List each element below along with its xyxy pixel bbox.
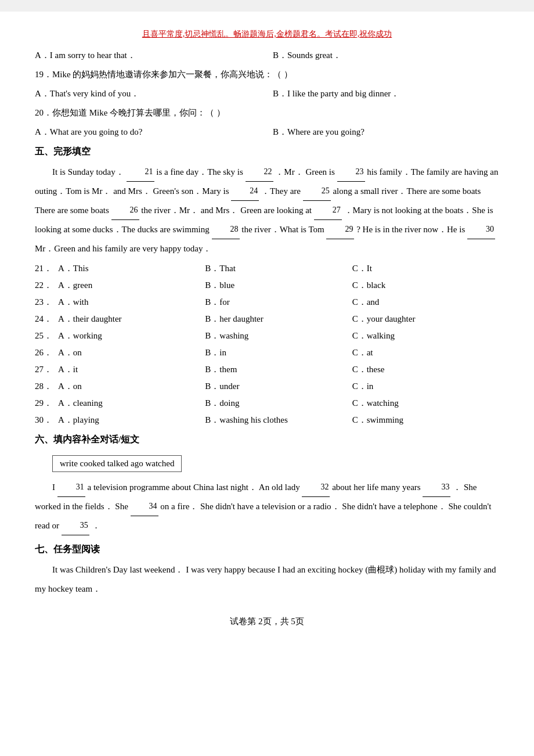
answer-b: B．Sounds great．: [273, 50, 499, 61]
fill-text-1pre: I: [52, 483, 55, 492]
q20-answer-b: B．Where are you going?: [273, 127, 499, 138]
mc-num: 30．: [35, 415, 58, 426]
q20-answer-a: A．What are you going to do?: [35, 127, 261, 138]
mc-opt-b: B．That: [205, 263, 352, 274]
mc-list: 21． A．This B．That C．It 22． A．green B．blu…: [35, 263, 499, 426]
mc-opt-b: B．washing: [205, 330, 352, 341]
mc-opt-c: C．at: [352, 347, 499, 358]
mc-opt-a: A．on: [58, 381, 205, 392]
mc-opt-a: A．working: [58, 330, 205, 341]
mc-opt-a: A．This: [58, 263, 205, 274]
mc-options: A．on B．in C．at: [58, 347, 499, 358]
mc-opt-c: C．in: [352, 381, 499, 392]
mc-options: A．their daughter B．her daughter C．your d…: [58, 314, 499, 325]
word-box: write cooked talked ago watched: [52, 455, 182, 472]
q19-answer-b: B．I like the party and big dinner．: [273, 88, 499, 99]
mc-num: 23．: [35, 297, 58, 308]
mc-num: 27．: [35, 364, 58, 375]
mc-opt-c: C．watching: [352, 398, 499, 409]
mc-options: A．green B．blue C．black: [58, 280, 499, 291]
cloze-text-4c: Mr．Green and his family are very happy t…: [35, 244, 212, 253]
blank-22: 22: [246, 163, 273, 182]
mc-item-24: 24． A．their daughter B．her daughter C．yo…: [35, 314, 499, 325]
qa-line-20: A．What are you going to do? B．Where are …: [35, 127, 499, 138]
mc-num: 26．: [35, 347, 58, 358]
mc-options: A．working B．washing C．walking: [58, 330, 499, 341]
mc-item-21: 21． A．This B．That C．It: [35, 263, 499, 274]
question-20: 20．你想知道 Mike 今晚打算去哪里，你问：（ ）: [35, 105, 499, 121]
mc-opt-c: C．walking: [352, 330, 499, 341]
mc-num: 24．: [35, 314, 58, 325]
blank-25: 25: [303, 182, 331, 201]
q19-answer-a: A．That's very kind of you．: [35, 88, 261, 99]
blank-27: 27: [314, 201, 342, 220]
mc-item-22: 22． A．green B．blue C．black: [35, 280, 499, 291]
mc-opt-b: B．her daughter: [205, 314, 352, 325]
mc-item-23: 23． A．with B．for C．and: [35, 297, 499, 308]
cloze-text-1c: ．Mr． Green is: [275, 167, 334, 177]
mc-options: A．cleaning B．doing C．watching: [58, 398, 499, 409]
exam-page: 且喜平常度,切忌神慌乱。畅游题海后,金榜题君名。考试在即,祝你成功 A．I am…: [0, 12, 534, 756]
qa-line-18: A．I am sorry to hear that． B．Sounds grea…: [35, 50, 499, 61]
fill-text-1mid: a television programme about China last …: [88, 483, 300, 492]
mc-opt-c: C．your daughter: [352, 314, 499, 325]
mc-opt-a: A．playing: [58, 415, 205, 426]
blank-29: 29: [326, 221, 354, 239]
mc-opt-c: C．It: [352, 263, 499, 274]
mc-options: A．on B．under C．in: [58, 381, 499, 392]
mc-opt-a: A．cleaning: [58, 398, 205, 409]
mc-options: A．it B．them C．these: [58, 364, 499, 375]
cloze-text-3pre: There are some boats: [35, 206, 109, 215]
mc-num: 28．: [35, 381, 58, 392]
word-box-container: write cooked talked ago watched: [35, 451, 499, 478]
cloze-text-2c: along a small river．There are some boats: [333, 186, 481, 196]
blank-30: 30: [467, 221, 495, 239]
blank-23: 23: [337, 163, 365, 182]
cloze-text-1b: is a fine day．The sky is: [156, 167, 243, 177]
question-19: 19．Mike 的妈妈热情地邀请你来参加六一聚餐，你高兴地说：（ ）: [35, 67, 499, 82]
mc-opt-c: C．black: [352, 280, 499, 291]
mc-opt-a: A．with: [58, 297, 205, 308]
mc-opt-c: C．and: [352, 297, 499, 308]
mc-num: 21．: [35, 263, 58, 274]
mc-opt-b: B．blue: [205, 280, 352, 291]
mc-opt-c: C．these: [352, 364, 499, 375]
cloze-text-2b: ．They are: [261, 186, 301, 196]
blank-28: 28: [212, 221, 240, 239]
mc-item-30: 30． A．playing B．washing his clothes C．sw…: [35, 415, 499, 426]
answer-a: A．I am sorry to hear that．: [35, 50, 261, 61]
blank-24: 24: [231, 182, 259, 201]
blank-26: 26: [111, 201, 139, 220]
mc-opt-b: B．washing his clothes: [205, 415, 352, 426]
fill-text-1end: about her life many years: [332, 483, 420, 492]
mc-options: A．playing B．washing his clothes C．swimmi…: [58, 415, 499, 426]
reading-paragraph-1: It was Children's Day last weekend． I wa…: [35, 560, 499, 599]
section-7-title: 七、任务型阅读: [35, 543, 499, 556]
section-6-title: 六、填内容补全对话/短文: [35, 434, 499, 446]
cloze-paragraph-1: It is Sunday today． 21 is a fine day．The…: [35, 163, 499, 258]
blank-21: 21: [127, 163, 154, 182]
top-banner: 且喜平常度,切忌神慌乱。畅游题海后,金榜题君名。考试在即,祝你成功: [35, 29, 499, 39]
blank-32: 32: [302, 478, 330, 497]
mc-num: 29．: [35, 398, 58, 409]
blank-34: 34: [131, 498, 158, 516]
mc-opt-b: B．in: [205, 347, 352, 358]
mc-opt-a: A．on: [58, 347, 205, 358]
mc-opt-b: B．for: [205, 297, 352, 308]
mc-item-27: 27． A．it B．them C．these: [35, 364, 499, 375]
mc-options: A．This B．That C．It: [58, 263, 499, 274]
fill-text-2end: ．: [92, 521, 100, 530]
mc-num: 22．: [35, 280, 58, 291]
qa-line-19: A．That's very kind of you． B．I like the …: [35, 88, 499, 99]
mc-opt-a: A．it: [58, 364, 205, 375]
mc-opt-c: C．swimming: [352, 415, 499, 426]
mc-opt-b: B．under: [205, 381, 352, 392]
mc-options: A．with B．for C．and: [58, 297, 499, 308]
mc-opt-a: A．green: [58, 280, 205, 291]
mc-opt-b: B．doing: [205, 398, 352, 409]
cloze-text-1a: It is Sunday today．: [52, 167, 124, 177]
cloze-text-4b: ? He is in the river now．He is: [356, 225, 465, 234]
mc-opt-b: B．them: [205, 364, 352, 375]
cloze-text-3a: the river．Mr． and Mrs． Green are looking…: [141, 206, 312, 215]
mc-item-25: 25． A．working B．washing C．walking: [35, 330, 499, 341]
